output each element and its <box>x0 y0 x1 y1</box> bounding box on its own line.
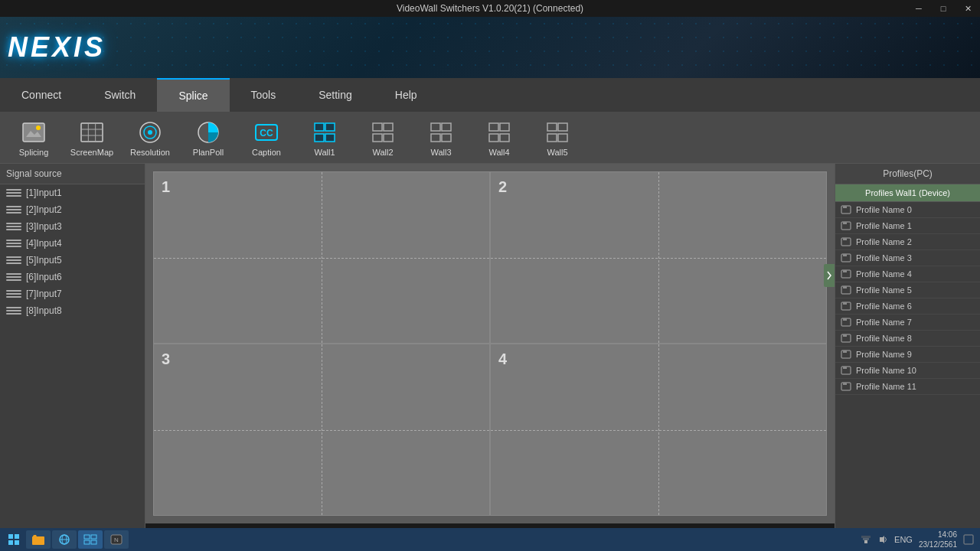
svg-rect-56 <box>843 367 847 369</box>
signal-item-1[interactable]: [1]Input1 <box>0 184 145 201</box>
grid-cell-1: 1 <box>153 171 490 344</box>
svg-rect-54 <box>843 350 847 353</box>
profile-item-10[interactable]: Profile Name 10 <box>835 363 980 379</box>
splicing-label: Splicing <box>19 148 49 157</box>
planpoll-icon <box>194 119 222 146</box>
close-button[interactable]: ✕ <box>956 0 980 17</box>
svg-rect-27 <box>500 123 509 131</box>
svg-rect-76 <box>863 538 869 540</box>
svg-rect-58 <box>843 383 847 385</box>
minimize-button[interactable]: ─ <box>906 0 931 17</box>
taskbar-app-browser[interactable] <box>52 530 77 549</box>
profile-icon <box>840 205 852 214</box>
profile-item-8[interactable]: Profile Name 8 <box>835 331 980 347</box>
signal-item-2[interactable]: [2]Input2 <box>0 201 145 218</box>
profile-item-7[interactable]: Profile Name 7 <box>835 315 980 331</box>
profile-item-1[interactable]: Profile Name 1 <box>835 218 980 234</box>
signal-label: [6]Input6 <box>26 272 62 282</box>
titlebar: VideoWall Switchers V1.0.20(21) (Connect… <box>0 0 980 17</box>
wall3-icon <box>427 119 455 146</box>
signal-item-7[interactable]: [7]Input7 <box>0 285 145 302</box>
titlebar-controls[interactable]: ─ □ ✕ <box>906 0 980 17</box>
right-panel: Profiles(PC) Profiles Wall1 (Device) Pro… <box>835 164 980 551</box>
signal-item-8[interactable]: [8]Input8 <box>0 302 145 319</box>
signal-source-header: Signal source <box>0 164 145 184</box>
signal-label: [5]Input5 <box>26 255 62 266</box>
profile-label: Profile Name 10 <box>856 366 916 375</box>
tool-screenmap[interactable]: ScreenMap <box>64 115 119 161</box>
tool-planpoll[interactable]: PlanPoll <box>181 115 236 161</box>
svg-rect-38 <box>843 222 847 224</box>
svg-rect-70 <box>91 535 96 539</box>
profile-icon <box>840 350 852 359</box>
tool-wall2[interactable]: Wall2 <box>355 115 410 161</box>
profile-item-11[interactable]: Profile Name 11 <box>835 379 980 395</box>
wall5-icon <box>544 119 571 146</box>
tool-wall5[interactable]: Wall5 <box>530 115 585 161</box>
hdmi-icon <box>6 205 21 214</box>
svg-rect-30 <box>547 123 557 131</box>
grid-cell-3: 3 <box>153 344 490 516</box>
nav-item-help[interactable]: Help <box>374 78 439 112</box>
tool-wall1[interactable]: Wall1 <box>297 115 352 161</box>
svg-rect-52 <box>843 334 847 337</box>
nav-item-connect[interactable]: Connect <box>0 78 83 112</box>
tool-wall3[interactable]: Wall3 <box>413 115 469 161</box>
profile-item-5[interactable]: Profile Name 5 <box>835 282 980 298</box>
svg-rect-22 <box>431 123 440 131</box>
profile-item-2[interactable]: Profile Name 2 <box>835 234 980 250</box>
profile-item-9[interactable]: Profile Name 9 <box>835 347 980 363</box>
videowall-icon <box>83 534 97 545</box>
svg-rect-31 <box>558 123 567 131</box>
profile-label: Profile Name 8 <box>856 334 912 343</box>
profile-item-4[interactable]: Profile Name 4 <box>835 266 980 282</box>
profile-icon <box>840 269 852 279</box>
collapse-arrow[interactable] <box>824 264 835 287</box>
profile-icon <box>840 221 852 230</box>
folder-icon <box>31 533 45 546</box>
nav-item-tools[interactable]: Tools <box>230 78 298 112</box>
taskbar-app-extra[interactable]: N <box>104 530 129 549</box>
signal-item-4[interactable]: [4]Input4 <box>0 235 145 252</box>
time-display: 14:06 <box>919 530 957 540</box>
signal-item-6[interactable]: [6]Input6 <box>0 269 145 285</box>
svg-rect-79 <box>964 535 973 544</box>
svg-rect-50 <box>843 318 847 321</box>
hdmi-icon <box>6 222 21 231</box>
maximize-button[interactable]: □ <box>931 0 956 17</box>
nav-item-setting[interactable]: Setting <box>297 78 374 112</box>
center-area: 1234 Zoom the display In/Out by scrollin… <box>145 164 835 551</box>
profile-label: Profile Name 3 <box>856 253 912 262</box>
nav-item-splice[interactable]: Splice <box>157 78 229 112</box>
profile-item-0[interactable]: Profile Name 0 <box>835 202 980 218</box>
svg-rect-18 <box>373 123 382 131</box>
taskbar-app-explorer[interactable] <box>26 530 51 549</box>
profile-label: Profile Name 4 <box>856 269 912 279</box>
profile-icon <box>840 334 852 343</box>
signal-item-3[interactable]: [3]Input3 <box>0 218 145 235</box>
grid-cell-2: 2 <box>490 171 827 344</box>
app-icon: N <box>109 533 123 546</box>
navbar: ConnectSwitchSpliceToolsSettingHelp <box>0 78 980 112</box>
hdmi-icon <box>6 272 21 282</box>
start-button[interactable] <box>3 530 24 549</box>
svg-rect-42 <box>843 254 847 256</box>
signal-item-5[interactable]: [5]Input5 <box>0 252 145 269</box>
profile-item-3[interactable]: Profile Name 3 <box>835 250 980 266</box>
splicing-icon <box>20 119 47 146</box>
taskbar-app-videowall[interactable] <box>78 530 103 549</box>
tool-caption[interactable]: CCCaption <box>239 115 294 161</box>
svg-marker-78 <box>880 536 884 543</box>
profile-item-6[interactable]: Profile Name 6 <box>835 298 980 315</box>
signal-list: [1]Input1[2]Input2[3]Input3[4]Input4[5]I… <box>0 184 145 319</box>
tool-resolution[interactable]: Resolution <box>122 115 178 161</box>
tool-wall4[interactable]: Wall4 <box>472 115 527 161</box>
svg-rect-62 <box>8 534 13 539</box>
svg-rect-36 <box>843 206 847 208</box>
hdmi-icon <box>6 289 21 298</box>
tool-splicing[interactable]: Splicing <box>6 115 61 161</box>
svg-rect-16 <box>315 134 324 142</box>
nav-item-switch[interactable]: Switch <box>83 78 157 112</box>
wall2-label: Wall2 <box>372 148 393 157</box>
wall1-label: Wall1 <box>314 148 335 157</box>
